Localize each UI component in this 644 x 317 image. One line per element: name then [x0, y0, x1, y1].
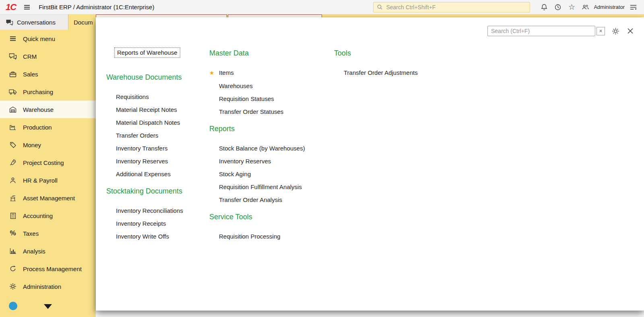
- sidebar-item-purchasing[interactable]: Purchasing: [0, 83, 96, 101]
- sidebar-scroll-down-indicator[interactable]: [44, 304, 52, 309]
- bell-icon: [541, 4, 548, 11]
- chart-icon: [9, 248, 17, 254]
- panel-column-2: Master Data★ItemsWarehousesRequisition S…: [209, 49, 332, 243]
- section-heading-master-data[interactable]: Master Data: [209, 49, 332, 58]
- truck-icon: [9, 89, 17, 95]
- menu-link-stock-balance-by-warehouses[interactable]: Stock Balance (by Warehouses): [209, 142, 332, 155]
- user-menu-button[interactable]: [628, 2, 638, 12]
- menu-link-inventory-reserves[interactable]: Inventory Reserves: [106, 155, 205, 168]
- tag-icon: [9, 142, 17, 148]
- crm-icon: [9, 53, 17, 60]
- sidebar-item-label: Quick menu: [23, 35, 55, 42]
- global-search-box[interactable]: [373, 2, 530, 12]
- menu-link-items[interactable]: ★Items: [209, 66, 332, 80]
- history-button[interactable]: [553, 2, 563, 12]
- calculator-icon: [9, 212, 17, 219]
- menu-link-transfer-order-adjustments[interactable]: Transfer Order Adjustments: [334, 66, 447, 79]
- sidebar-item-label: Taxes: [23, 230, 39, 237]
- sidebar-item-quick-menu[interactable]: Quick menu: [0, 30, 96, 47]
- sidebar-item-project-costing[interactable]: Project Costing: [0, 154, 96, 171]
- menu-link-requisition-statuses[interactable]: Requisition Statuses: [209, 93, 332, 105]
- section-heading-stocktaking-documents[interactable]: Stocktaking Documents: [106, 187, 205, 196]
- main-hamburger-button[interactable]: [23, 4, 31, 11]
- cycle-icon: [9, 265, 17, 272]
- panel-close-button[interactable]: [627, 28, 634, 34]
- history-clock-icon: [554, 4, 561, 11]
- sidebar-item-label: Purchasing: [23, 89, 53, 95]
- sidebar-item-administration[interactable]: Administration: [0, 278, 96, 295]
- menu-link-material-dispatch-notes[interactable]: Material Dispatch Notes: [106, 116, 205, 129]
- section-heading-service-tools[interactable]: Service Tools: [209, 212, 332, 221]
- sidebar-item-label: Production: [23, 124, 52, 131]
- panel-toolbar: ×: [487, 26, 634, 36]
- briefcase-icon: [9, 71, 17, 78]
- partial-sidebar-item-icon[interactable]: [9, 302, 17, 310]
- sidebar-item-money[interactable]: Money: [0, 136, 96, 154]
- section-heading-tools[interactable]: Tools: [334, 49, 447, 58]
- menu-link-transfer-orders[interactable]: Transfer Orders: [106, 129, 205, 142]
- favorite-star-icon: ★: [209, 69, 219, 77]
- sidebar-item-taxes[interactable]: %Taxes: [0, 224, 96, 242]
- sidebar-item-label: HR & Payroll: [23, 177, 58, 184]
- panel-settings-button[interactable]: [612, 27, 619, 35]
- close-icon: [627, 28, 634, 34]
- discussions-button[interactable]: [580, 2, 590, 12]
- sidebar-item-sales[interactable]: Sales: [0, 65, 96, 83]
- section-heading-warehouse-documents[interactable]: Warehouse Documents: [106, 73, 205, 82]
- sidebar-item-label: Money: [23, 142, 41, 148]
- sidebar-item-hr-payroll[interactable]: HR & Payroll: [0, 171, 96, 189]
- crane-icon: [9, 195, 17, 202]
- column-sections: Master Data★ItemsWarehousesRequisition S…: [209, 49, 332, 243]
- sidebar-item-analysis[interactable]: Analysis: [0, 242, 96, 260]
- sidebar-item-production[interactable]: Production: [0, 118, 96, 136]
- menu-link-requisitions[interactable]: Requisitions: [106, 91, 205, 103]
- warehouse-icon: [9, 106, 17, 113]
- sidebar-item-label: Warehouse: [23, 106, 54, 113]
- menu-link-inventory-transfers[interactable]: Inventory Transfers: [106, 142, 205, 155]
- 1c-logo[interactable]: 1C: [6, 2, 16, 12]
- sidebar-item-warehouse[interactable]: Warehouse: [0, 101, 96, 118]
- search-icon: [377, 4, 383, 10]
- menu-link-inventory-write-offs[interactable]: Inventory Write Offs: [106, 230, 205, 243]
- sidebar-item-label: Accounting: [23, 212, 53, 219]
- panel-search-input[interactable]: [487, 26, 595, 36]
- column-sections: Warehouse DocumentsRequisitionsMaterial …: [106, 73, 205, 243]
- hamburger-icon: [23, 4, 31, 11]
- menu-link-reports-of-warehouse[interactable]: Reports of Warehouse: [114, 47, 180, 58]
- menu-link-additional-expenses[interactable]: Additional Expenses: [106, 168, 205, 181]
- tab-label: Docum: [74, 19, 93, 26]
- menu-link-transfer-order-statuses[interactable]: Transfer Order Statuses: [209, 105, 332, 118]
- menu-link-inventory-reconciliations[interactable]: Inventory Reconciliations: [106, 204, 205, 217]
- tab-conversations[interactable]: Conversations: [0, 14, 68, 30]
- gear-icon: [612, 27, 619, 35]
- menu-link-stock-aging[interactable]: Stock Aging: [209, 168, 332, 181]
- menu-link-inventory-reserves[interactable]: Inventory Reserves: [209, 155, 332, 168]
- menu-link-material-receipt-notes[interactable]: Material Receipt Notes: [106, 103, 205, 116]
- sidebar-item-label: Administration: [23, 283, 61, 290]
- top-toolbar: 1C FirstBit ERP / Administrator (1C:Ente…: [0, 0, 644, 14]
- global-search-input[interactable]: [385, 4, 526, 11]
- sidebar-item-label: Process Management: [23, 266, 82, 272]
- tab-documents-partial[interactable]: Docum: [68, 14, 96, 30]
- menu-link-transfer-order-analysis[interactable]: Transfer Order Analysis: [209, 193, 332, 206]
- sidebar-item-accounting[interactable]: Accounting: [0, 207, 96, 224]
- star-icon: ☆: [568, 3, 575, 11]
- section-menu-panel: × Reports of Warehouse Warehouse Documen…: [96, 17, 644, 311]
- menu-link-requisition-fulfillment-analysis[interactable]: Requisition Fulfillment Analysis: [209, 181, 332, 193]
- favorites-button[interactable]: ☆: [566, 2, 577, 12]
- notifications-button[interactable]: [539, 2, 549, 12]
- section-heading-reports[interactable]: Reports: [209, 124, 332, 133]
- sidebar: Quick menuCRMSalesPurchasingWarehousePro…: [0, 30, 96, 317]
- column-sections: ToolsTransfer Order Adjustments: [334, 49, 447, 79]
- sidebar-item-label: Analysis: [23, 248, 45, 255]
- sidebar-item-asset-management[interactable]: Asset Management: [0, 189, 96, 207]
- sidebar-item-process-management[interactable]: Process Management: [0, 260, 96, 278]
- menu-caret-icon: [630, 4, 637, 10]
- sidebar-item-crm[interactable]: CRM: [0, 47, 96, 65]
- menu-link-requisition-processing[interactable]: Requisition Processing: [209, 230, 332, 243]
- menu-link-warehouses[interactable]: Warehouses: [209, 80, 332, 93]
- panel-column-1: Reports of Warehouse Warehouse Documents…: [106, 47, 205, 243]
- menu-link-inventory-receipts[interactable]: Inventory Receipts: [106, 217, 205, 230]
- search-clear-button[interactable]: ×: [597, 27, 605, 35]
- sidebar-nav: Quick menuCRMSalesPurchasingWarehousePro…: [0, 30, 96, 295]
